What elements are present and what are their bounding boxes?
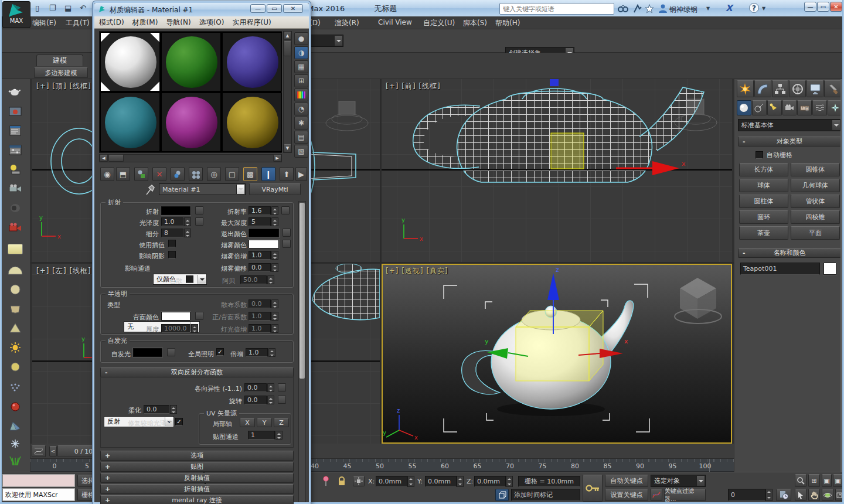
particle-dots-icon[interactable] [3,379,28,396]
si-mult-spinner[interactable] [268,348,275,357]
vscroll-thumb[interactable] [284,41,291,56]
subdivs-field[interactable]: 8 [161,229,183,237]
ribbon-poly-modeling-button[interactable]: 多边形建模 [34,67,88,78]
me-restore-button[interactable]: ▭ [267,4,282,13]
light-mult-field[interactable]: 1.0 [249,324,271,333]
teapot-tool-icon[interactable] [3,84,28,100]
soften-spinner[interactable] [170,405,177,414]
current-frame-field[interactable]: 0 [728,489,765,501]
material-name-combo[interactable]: Material #1 [159,183,246,195]
exit-color-swatch[interactable] [249,229,279,237]
sample-slot[interactable] [161,93,221,152]
subdivs-spinner[interactable] [184,229,191,237]
absolute-mode-icon[interactable] [353,476,365,486]
tab-hierarchy[interactable] [772,80,789,97]
subtab-cameras[interactable] [782,100,797,115]
params-scrollbar[interactable] [298,201,306,502]
menu-scripting[interactable]: 脚本(S) [463,18,487,28]
object-button-geosphere[interactable]: 几何球体 [791,179,840,192]
ior-field[interactable]: 1.6 [249,206,271,215]
grass-foliage-icon[interactable] [3,452,28,468]
viewport-front-label[interactable]: [+] [前] [线框] [386,81,441,91]
name-color-rollout[interactable]: -名称和颜色 [738,248,841,258]
close-button[interactable]: ✕ [830,2,842,12]
select-by-material-icon[interactable]: ▤ [294,131,308,144]
background-checker-icon[interactable]: ▦ [294,60,308,73]
object-button-torus[interactable]: 圆环 [739,210,788,224]
me-menu-navigation[interactable]: 导航(N) [166,18,190,28]
zoom-extents-all-icon[interactable]: ▣ [833,474,843,487]
thickness-field[interactable]: 1000.0 [161,324,190,333]
favorites-star-icon[interactable] [645,4,654,13]
zoom-mode-icon[interactable] [795,474,806,487]
aniso-field[interactable]: 0.0 [244,383,267,392]
ior-spinner[interactable] [271,206,278,215]
isolate-pin-icon[interactable] [322,476,330,486]
put-to-library-icon[interactable] [189,167,203,181]
select-arrow-icon[interactable] [795,489,806,501]
object-button-tube[interactable]: 管状体 [791,195,840,208]
tab-motion[interactable] [789,80,806,97]
exit-color-map-button[interactable] [283,229,291,237]
fog-mult-spinner[interactable] [271,251,278,260]
frame-spinner[interactable] [765,489,772,501]
qat-open-icon[interactable]: ❐ [49,4,56,12]
minimize-button[interactable]: — [804,2,816,12]
tab-modify[interactable] [754,80,771,97]
fix-dark-checkbox[interactable] [175,418,183,425]
user-dropdown-arrow[interactable]: ▼ [706,6,710,11]
ior-map-button[interactable] [281,206,290,214]
aniso-spinner[interactable] [267,383,274,392]
map-channel-spinner[interactable] [275,431,283,440]
self-illum-swatch[interactable] [133,348,162,357]
pot-primitive-icon[interactable] [3,301,28,317]
camera-dark-icon[interactable] [3,200,28,216]
slots-hscrollbar[interactable]: ◀ ▶ [99,154,282,162]
sphere-primitive-icon[interactable] [3,281,28,298]
qat-undo-icon[interactable]: ↶ [80,4,86,12]
sample-tiling-icon[interactable]: ⊞ [294,74,308,87]
rotation-field[interactable]: 0.0 [244,396,267,404]
material-id-channel-icon[interactable]: ◎ [207,167,221,181]
material-navigator-icon[interactable]: ▧ [294,145,308,158]
gi-checkbox[interactable] [216,348,224,356]
rollout-mental-ray[interactable]: +mental ray 连接 [100,495,294,504]
show-map-in-viewport-icon[interactable]: ▩ [243,167,257,181]
time-config-icon[interactable] [776,489,791,501]
options-icon[interactable]: ✱ [294,117,308,130]
viewport-splitter-v[interactable] [380,79,382,444]
object-type-rollout[interactable]: -对象类型 [738,137,841,147]
object-button-cone[interactable]: 圆锥体 [791,163,840,176]
si-mult-field[interactable]: 1.0 [246,348,268,357]
sample-slot[interactable] [161,32,221,91]
aniso-map-button[interactable] [278,383,286,391]
me-menu-material[interactable]: 材质(M) [132,18,158,28]
me-menu-modes[interactable]: 模式(D) [99,18,124,28]
category-combo[interactable]: 标准基本体 [738,119,841,131]
search-binoculars-icon[interactable] [618,5,628,13]
menu-help[interactable]: 帮助(H) [495,18,520,28]
make-preview-icon[interactable]: ◔ [294,103,308,115]
snowflake-icon[interactable] [3,435,28,452]
red-ball-icon[interactable] [3,399,28,415]
object-button-cylinder[interactable]: 圆柱体 [739,195,788,208]
maximize-button[interactable]: ▭ [817,2,829,12]
light-lister-icon[interactable] [3,161,28,178]
fog-color-swatch[interactable] [249,240,279,248]
new-key-curve-icon[interactable] [651,489,662,501]
tab-create[interactable] [737,80,754,97]
axis-y-button[interactable]: Y [257,418,272,427]
me-menu-utilities[interactable]: 实用程序(U) [232,18,271,28]
user-icon[interactable] [659,4,667,13]
thickness-spinner[interactable] [191,324,198,333]
pick-material-eyedropper-icon[interactable] [146,185,155,195]
tab-utilities[interactable] [824,80,841,97]
max-logo[interactable]: MAX [2,1,30,28]
y-spinner[interactable] [457,476,464,487]
sample-slot[interactable] [100,93,160,152]
fog-mult-field[interactable]: 1.0 [249,251,271,260]
maxscript-welcome[interactable]: 欢迎使用 MAXScr [2,488,75,501]
refract-color-swatch[interactable] [161,206,190,215]
camera-red-icon[interactable] [3,219,28,236]
fog-bias-field[interactable]: 0.0 [249,263,271,272]
